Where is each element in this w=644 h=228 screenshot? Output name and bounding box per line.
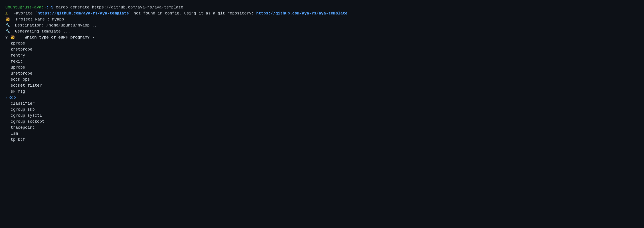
warning-line: ⚠ Favorite ` https://github.com/aya-rs/a… (5, 11, 639, 17)
generating-label: Generating template ... (15, 29, 70, 35)
generating-line: 🔧 Generating template ... (5, 29, 639, 35)
menu-item[interactable]: socket_filter (5, 83, 639, 89)
menu-item[interactable]: classifier (5, 101, 639, 107)
menu-item[interactable]: uretprobe (5, 71, 639, 77)
menu-item[interactable]: uprobe (5, 65, 639, 71)
person2-icon: 🧑 (10, 35, 20, 41)
wrench-icon: 🔧 (5, 23, 15, 29)
warning-text-middle: ` not found in config, using it as a git… (129, 11, 256, 17)
selected-item-text: xdp (9, 95, 16, 101)
command-text: cargo generate https://github.com/aya-rs… (56, 5, 183, 11)
menu-item[interactable]: sock_ops (5, 77, 639, 83)
menu-item[interactable]: cgroup_sysctl (5, 113, 639, 119)
warning-url2: https://github.com/aya-rs/aya-template (256, 11, 347, 17)
command-line: ubuntu@rust-aya:~ :~$ cargo generate htt… (5, 5, 639, 11)
project-value: myapp (52, 17, 64, 23)
wrench2-icon: 🔧 (5, 29, 15, 35)
menu-item[interactable]: lsm (5, 131, 639, 137)
menu-item[interactable]: kprobe (5, 41, 639, 47)
menu-item[interactable]: cgroup_sockopt (5, 119, 639, 125)
question-mark: ? (5, 35, 10, 41)
warning-text-before: Favorite ` (9, 11, 38, 17)
menu-item[interactable]: sk_msg (5, 89, 639, 95)
question-label: Which type of eBPF program? (20, 35, 92, 41)
menu-item[interactable]: tp_btf (5, 137, 639, 143)
menu-item-selected[interactable]: › xdp (5, 95, 639, 101)
chevron-icon: › (92, 35, 94, 41)
terminal: ubuntu@rust-aya:~ :~$ cargo generate htt… (4, 3, 640, 144)
menu-item[interactable]: kretprobe (5, 47, 639, 53)
warning-icon: ⚠ (5, 11, 8, 17)
destination-line: 🔧 Destination: /home/ubuntu/myapp ... (5, 23, 639, 29)
menu-list-before: kprobekretprobefentryfexituprobeuretprob… (5, 41, 639, 95)
menu-item[interactable]: cgroup_skb (5, 107, 639, 113)
menu-item[interactable]: tracepoint (5, 125, 639, 131)
prompt-user: ubuntu@rust-aya:~ (5, 5, 46, 11)
project-name-line: 🧑 Project Name : myapp (5, 17, 639, 23)
question-line: ? 🧑 Which type of eBPF program? › (5, 35, 639, 41)
warning-url1: https://github.com/aya-rs/aya-template (38, 11, 128, 17)
menu-list-after: classifiercgroup_skbcgroup_sysctlcgroup_… (5, 101, 639, 143)
prompt-separator: :~$ (46, 5, 56, 11)
project-label: Project Name : (16, 17, 52, 23)
selected-arrow-icon: › (5, 95, 8, 101)
menu-item[interactable]: fexit (5, 59, 639, 65)
menu-item[interactable]: fentry (5, 53, 639, 59)
destination-label: Destination: /home/ubuntu/myapp ... (15, 23, 99, 29)
person-icon: 🧑 (5, 17, 15, 23)
